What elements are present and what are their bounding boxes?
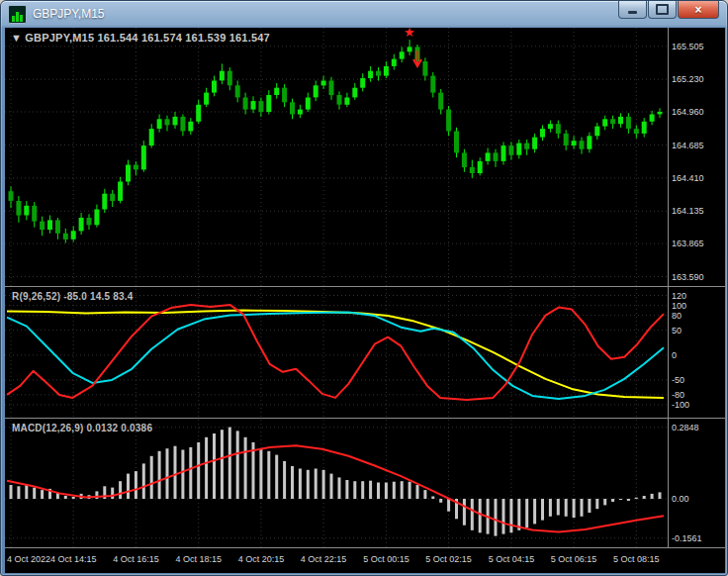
close-button[interactable]: × (678, 1, 719, 19)
minimize-button[interactable] (618, 1, 647, 19)
svg-text:0.00: 0.00 (672, 494, 689, 504)
svg-text:163.590: 163.590 (672, 272, 704, 282)
close-icon: × (694, 3, 701, 17)
chart-client-area[interactable]: 165.505165.230164.960164.685164.410164.1… (5, 28, 725, 573)
svg-text:50: 50 (672, 326, 682, 336)
window-controls: × (617, 1, 719, 19)
svg-text:4 Oct 16:15: 4 Oct 16:15 (113, 554, 159, 564)
svg-text:4 Oct 18:15: 4 Oct 18:15 (175, 554, 222, 564)
svg-text:164.410: 164.410 (672, 173, 704, 183)
svg-text:4 Oct 22:15: 4 Oct 22:15 (301, 554, 347, 564)
svg-text:80: 80 (672, 311, 682, 321)
svg-text:0: 0 (672, 350, 677, 360)
svg-text:-100: -100 (672, 400, 689, 410)
title-bar[interactable]: GBPJPY,M15 × (1, 1, 727, 27)
svg-text:164.135: 164.135 (672, 206, 704, 216)
minimize-icon (628, 11, 637, 14)
svg-text:5 Oct 00:15: 5 Oct 00:15 (363, 554, 410, 564)
svg-text:4 Oct 20:15: 4 Oct 20:15 (238, 554, 285, 564)
chart-window: GBPJPY,M15 × 165.505165.230164.960164.68… (0, 0, 728, 576)
svg-text:-0.1561: -0.1561 (672, 533, 702, 543)
svg-text:165.230: 165.230 (672, 74, 704, 84)
svg-text:4 Oct 14:15: 4 Oct 14:15 (50, 554, 97, 564)
chart-icon (8, 5, 27, 24)
svg-text:164.685: 164.685 (672, 141, 704, 150)
svg-text:0.2848: 0.2848 (672, 423, 699, 432)
chart-canvas[interactable]: 165.505165.230164.960164.685164.410164.1… (5, 28, 725, 573)
svg-text:-50: -50 (672, 375, 684, 385)
svg-text:5 Oct 06:15: 5 Oct 06:15 (551, 554, 597, 564)
svg-text:100: 100 (672, 301, 686, 311)
window-title: GBPJPY,M15 (33, 7, 104, 21)
sell-signal-star-icon: ★ (404, 28, 415, 40)
svg-text:165.505: 165.505 (672, 42, 704, 51)
svg-text:164.960: 164.960 (672, 107, 704, 117)
maximize-icon (656, 4, 669, 15)
svg-text:5 Oct 08:15: 5 Oct 08:15 (613, 554, 660, 564)
chart-panels[interactable]: 165.505165.230164.960164.685164.410164.1… (5, 28, 725, 573)
svg-text:-80: -80 (672, 390, 684, 400)
svg-text:120: 120 (672, 291, 686, 301)
svg-text:4 Oct 2022: 4 Oct 2022 (7, 554, 50, 564)
svg-text:5 Oct 04:15: 5 Oct 04:15 (489, 554, 535, 564)
svg-text:163.865: 163.865 (672, 239, 704, 248)
svg-text:5 Oct 02:15: 5 Oct 02:15 (425, 554, 472, 564)
maximize-button[interactable] (648, 1, 677, 19)
